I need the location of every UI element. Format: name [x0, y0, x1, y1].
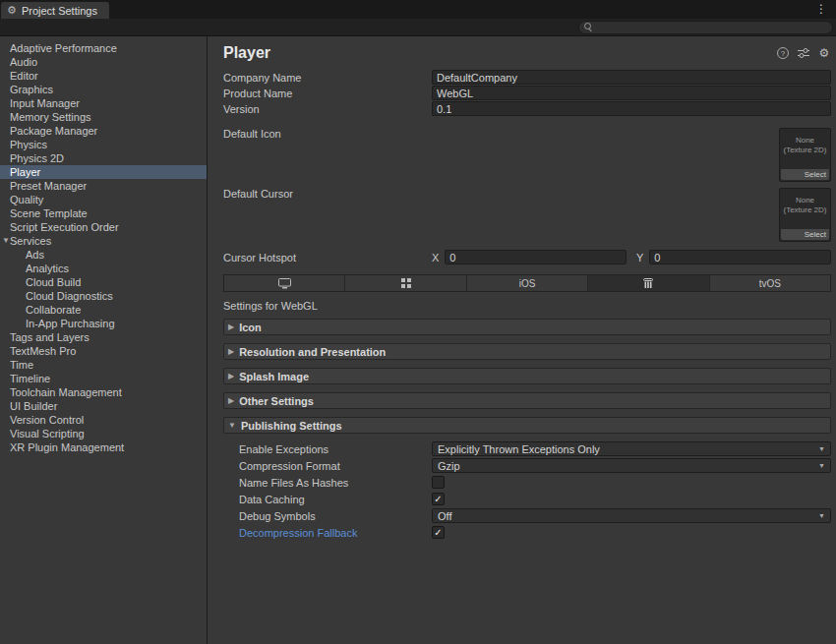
- default-icon-type-text: (Texture 2D): [780, 146, 830, 155]
- platform-tab-webgl[interactable]: [588, 275, 709, 291]
- sidebar-item[interactable]: Physics: [0, 138, 207, 151]
- sidebar-item[interactable]: Toolchain Management: [0, 385, 207, 399]
- sidebar-item[interactable]: Editor: [0, 69, 207, 83]
- section-header[interactable]: ▶ Icon: [223, 319, 831, 335]
- content-area: Adaptive Performance Audio Editor Graphi…: [0, 36, 836, 644]
- platform-tab-ios[interactable]: iOS: [467, 275, 588, 291]
- window-titlebar: ⚙ Project Settings ⋮: [0, 0, 836, 19]
- sidebar-item-label: Scene Template: [10, 207, 88, 219]
- sidebar-item[interactable]: Analytics: [0, 262, 207, 275]
- sidebar-item-label: Input Manager: [10, 97, 80, 109]
- version-label: Version: [223, 103, 432, 115]
- decompression-fallback-checkbox[interactable]: ✓: [432, 526, 445, 539]
- window-kebab-menu-icon[interactable]: ⋮: [815, 2, 836, 19]
- hotspot-x-field[interactable]: [445, 250, 627, 264]
- preset-icon[interactable]: [797, 46, 810, 60]
- cursor-hotspot-row: Cursor Hotspot X Y: [223, 250, 831, 264]
- search-input[interactable]: [597, 22, 827, 32]
- sidebar-item[interactable]: Timeline: [0, 372, 207, 385]
- section-header-label: Splash Image: [239, 371, 309, 382]
- default-icon-object-picker[interactable]: None (Texture 2D) Select: [779, 128, 831, 182]
- settings-for-heading: Settings for WebGL: [223, 300, 831, 312]
- hotspot-y-label: Y: [636, 252, 643, 263]
- help-icon[interactable]: ?: [776, 46, 790, 60]
- sidebar-item[interactable]: ▼ Services: [0, 234, 207, 248]
- sidebar-item-label: Audio: [10, 56, 37, 68]
- sidebar-item[interactable]: Collaborate: [0, 303, 207, 317]
- sidebar-item-label: Preset Manager: [10, 180, 87, 192]
- sidebar-item[interactable]: Input Manager: [0, 96, 207, 110]
- company-name-field[interactable]: [432, 70, 831, 85]
- sidebar-item[interactable]: Graphics: [0, 83, 207, 96]
- search-box[interactable]: [578, 21, 833, 34]
- sidebar-item[interactable]: Visual Scripting: [0, 427, 207, 440]
- section-header-publishing-settings[interactable]: ▼ Publishing Settings: [223, 417, 831, 434]
- sidebar-item-label: Editor: [10, 70, 38, 82]
- chevron-down-icon: ▼: [818, 462, 825, 469]
- sidebar-item[interactable]: Quality: [0, 193, 207, 206]
- sidebar-item[interactable]: Player: [0, 165, 207, 179]
- sidebar-item[interactable]: UI Builder: [0, 399, 207, 413]
- section-header-label: Other Settings: [239, 395, 314, 407]
- sidebar-item[interactable]: Cloud Build: [0, 275, 207, 289]
- default-icon-select-button[interactable]: Select: [781, 169, 829, 180]
- sidebar-item[interactable]: Audio: [0, 55, 207, 69]
- settings-gear-icon: ⚙: [7, 4, 17, 17]
- header-icons: ? ⚙: [776, 46, 831, 60]
- sidebar-item[interactable]: XR Plugin Management: [0, 440, 207, 454]
- enable-exceptions-dropdown[interactable]: Explicitly Thrown Exceptions Only ▼: [432, 441, 831, 456]
- enable-exceptions-row: Enable Exceptions Explicitly Thrown Exce…: [223, 441, 831, 456]
- panel-header: Player ? ⚙: [223, 42, 831, 64]
- debug-symbols-dropdown[interactable]: Off ▼: [432, 508, 831, 523]
- sidebar-item[interactable]: Adaptive Performance: [0, 41, 207, 55]
- section-header-label: Resolution and Presentation: [239, 346, 386, 358]
- platform-tab-tvos[interactable]: tvOS: [710, 275, 830, 291]
- sidebar-item-label: Script Execution Order: [10, 221, 119, 233]
- sidebar-item[interactable]: Version Control: [0, 413, 207, 427]
- sidebar-item[interactable]: Physics 2D: [0, 151, 207, 165]
- platform-tab-dedicated-server[interactable]: [345, 275, 466, 291]
- foldout-arrow-icon[interactable]: ▼: [2, 234, 10, 248]
- default-icon-none-text: None: [780, 136, 830, 146]
- sidebar-item[interactable]: Preset Manager: [0, 179, 207, 193]
- default-cursor-type-text: (Texture 2D): [780, 205, 830, 215]
- sidebar-item[interactable]: Ads: [0, 248, 207, 262]
- sidebar-item-label: Tags and Layers: [10, 331, 90, 343]
- gear-icon[interactable]: ⚙: [817, 46, 831, 60]
- platform-tab-standalone[interactable]: [224, 275, 345, 291]
- sidebar-item[interactable]: Time: [0, 358, 207, 372]
- settings-sections: ▶ Icon ▶ Resolution and Presentation ▶ S…: [223, 319, 831, 409]
- sidebar-item-label: XR Plugin Management: [10, 441, 124, 453]
- sidebar-item[interactable]: Cloud Diagnostics: [0, 289, 207, 303]
- enable-exceptions-label: Enable Exceptions: [239, 443, 432, 455]
- default-cursor-object-picker[interactable]: None (Texture 2D) Select: [779, 188, 831, 242]
- data-caching-checkbox[interactable]: ✓: [432, 493, 445, 505]
- product-name-row: Product Name: [223, 86, 831, 100]
- sidebar-item-label: In-App Purchasing: [26, 318, 115, 329]
- decompression-fallback-label[interactable]: Decompression Fallback: [239, 527, 432, 539]
- project-settings-tab[interactable]: ⚙ Project Settings: [1, 2, 109, 19]
- hotspot-y-field[interactable]: [649, 250, 831, 264]
- sidebar-item[interactable]: Tags and Layers: [0, 330, 207, 344]
- name-files-as-hashes-checkbox[interactable]: [432, 476, 445, 489]
- sidebar-item[interactable]: Script Execution Order: [0, 220, 207, 234]
- sidebar-item-label: Memory Settings: [10, 111, 91, 123]
- section-header[interactable]: ▶ Resolution and Presentation: [223, 343, 831, 360]
- section-header[interactable]: ▶ Splash Image: [223, 368, 831, 384]
- section-header[interactable]: ▶ Other Settings: [223, 392, 831, 409]
- sidebar-item[interactable]: Scene Template: [0, 206, 207, 220]
- sidebar-item[interactable]: Package Manager: [0, 124, 207, 138]
- product-name-field[interactable]: [432, 86, 831, 100]
- cursor-hotspot-label: Cursor Hotspot: [223, 252, 432, 263]
- debug-symbols-row: Debug Symbols Off ▼: [223, 508, 831, 523]
- sidebar-item-label: Physics: [10, 139, 47, 150]
- sidebar-item[interactable]: Memory Settings: [0, 110, 207, 124]
- sidebar-item[interactable]: TextMesh Pro: [0, 344, 207, 358]
- version-field[interactable]: [432, 101, 831, 116]
- compression-format-dropdown[interactable]: Gzip ▼: [432, 458, 831, 473]
- tvos-tab-label: tvOS: [759, 278, 781, 289]
- default-cursor-select-button[interactable]: Select: [781, 229, 829, 240]
- sidebar-item[interactable]: In-App Purchasing: [0, 317, 207, 330]
- sidebar-item-label: Time: [10, 359, 33, 371]
- ios-tab-label: iOS: [519, 278, 536, 289]
